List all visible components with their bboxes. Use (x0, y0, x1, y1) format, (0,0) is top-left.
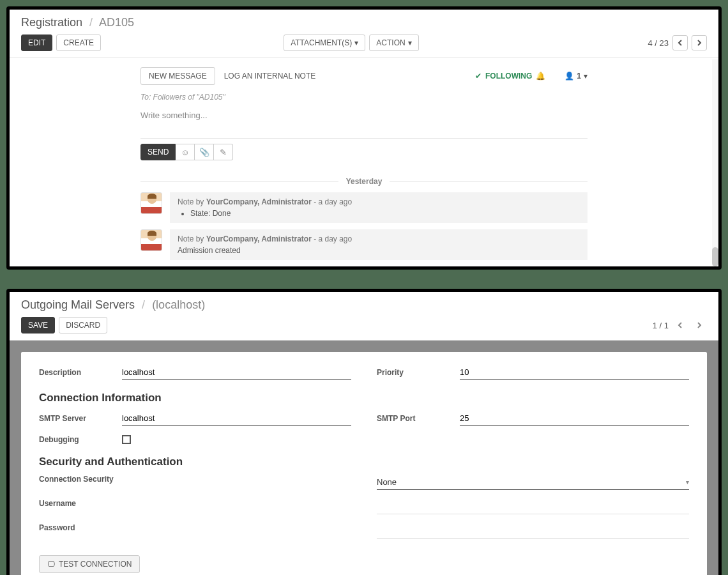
label-username: Username (39, 499, 122, 508)
note-body: Note by YourCompany, Administrator - a d… (170, 229, 588, 260)
scrollbar-thumb[interactable] (712, 247, 718, 266)
avatar (140, 192, 162, 214)
note-header: Note by YourCompany, Administrator - a d… (178, 197, 580, 206)
smtp-port-input[interactable] (460, 411, 689, 426)
user-icon: 👤 (565, 72, 574, 80)
send-row: SEND ☺ 📎 ✎ (140, 139, 588, 165)
breadcrumb: Outgoing Mail Servers / (localhost) (10, 292, 718, 314)
note-header: Note by YourCompany, Administrator - a d… (178, 234, 580, 243)
section-connection: Connection Information (39, 392, 689, 404)
avatar (140, 229, 162, 251)
action-dropdown[interactable]: ACTION ▾ (369, 34, 418, 51)
save-button[interactable]: SAVE (21, 317, 55, 334)
pager: 1 / 1 (653, 318, 707, 333)
conn-security-value: None (377, 477, 397, 487)
attach-button[interactable]: 📎 (195, 144, 214, 160)
chevron-right-icon (697, 322, 702, 328)
label-smtp-server: SMTP Server (39, 414, 122, 423)
label-smtp-port: SMTP Port (377, 414, 460, 423)
paperclip-icon: 📎 (199, 148, 209, 157)
bell-icon: 🔔 (536, 72, 545, 80)
username-input[interactable] (377, 499, 689, 514)
attachments-dropdown[interactable]: ATTACHMENT(S) ▾ (284, 34, 365, 51)
day-separator-label: Yesterday (338, 177, 390, 186)
send-button[interactable]: SEND (140, 144, 176, 160)
pager-prev-button[interactable] (672, 318, 688, 333)
test-connection-button[interactable]: 🖵 TEST CONNECTION (39, 555, 140, 573)
note-time: - a day ago (312, 234, 352, 243)
follower-count: 1 (577, 72, 581, 80)
follower-count-dropdown[interactable]: 👤 1 ▾ (565, 72, 588, 80)
breadcrumb: Registration / AD105 (10, 10, 718, 32)
note-bullet: State: Done (190, 209, 580, 218)
smiley-icon: ☺ (181, 148, 189, 157)
day-separator: Yesterday (140, 177, 588, 186)
note-author[interactable]: YourCompany, Administrator (206, 234, 312, 243)
breadcrumb-sep: / (142, 298, 145, 311)
note-author[interactable]: YourCompany, Administrator (206, 197, 312, 206)
form-card: Description Priority Connection Informat… (21, 352, 707, 575)
breadcrumb-leaf: (localhost) (152, 298, 205, 311)
chevron-left-icon (678, 322, 683, 328)
label-debugging: Debugging (39, 435, 122, 444)
new-message-button[interactable]: NEW MESSAGE (140, 67, 215, 85)
pager-next-button[interactable] (692, 318, 707, 333)
discard-button[interactable]: DISCARD (59, 317, 107, 334)
pager-prev-button[interactable] (672, 35, 688, 50)
message-tabs: NEW MESSAGE LOG AN INTERNAL NOTE ✔ FOLLO… (140, 65, 588, 88)
smtp-server-input[interactable] (122, 411, 351, 426)
log-note-link[interactable]: LOG AN INTERNAL NOTE (224, 72, 316, 80)
description-input[interactable] (122, 365, 351, 380)
following-label: FOLLOWING (485, 72, 532, 80)
caret-down-icon: ▾ (408, 38, 412, 47)
note-body: Note by YourCompany, Administrator - a d… (170, 192, 588, 223)
note-prefix: Note by (178, 197, 206, 206)
following-indicator[interactable]: ✔ FOLLOWING 🔔 (475, 72, 545, 80)
section-security: Security and Authentication (39, 456, 689, 468)
password-input[interactable] (377, 523, 689, 539)
log-note-item: Note by YourCompany, Administrator - a d… (140, 192, 588, 223)
label-description: Description (39, 368, 122, 377)
pager: 4 / 23 (648, 35, 707, 50)
test-connection-label: TEST CONNECTION (59, 560, 132, 569)
breadcrumb-sep: / (89, 16, 93, 29)
action-label: ACTION (376, 38, 405, 47)
emoji-button[interactable]: ☺ (176, 144, 195, 160)
breadcrumb-leaf: AD105 (99, 16, 134, 29)
pager-text: 4 / 23 (648, 38, 669, 48)
create-button[interactable]: CREATE (56, 34, 101, 51)
edit-icon: ✎ (220, 148, 227, 157)
message-area: NEW MESSAGE LOG AN INTERNAL NOTE ✔ FOLLO… (10, 58, 718, 266)
recipients-line: To: Followers of "AD105" (140, 88, 588, 107)
chevron-right-icon (697, 40, 702, 46)
breadcrumb-root[interactable]: Outgoing Mail Servers (21, 298, 135, 311)
caret-down-icon: ▾ (354, 38, 358, 47)
conn-security-select[interactable]: None ▾ (377, 475, 689, 490)
expand-composer-button[interactable]: ✎ (214, 144, 233, 160)
debugging-checkbox[interactable] (122, 435, 131, 444)
toolbar: SAVE DISCARD 1 / 1 (10, 314, 718, 341)
note-time: - a day ago (312, 197, 352, 206)
chevron-left-icon (678, 40, 683, 46)
caret-down-icon: ▾ (584, 72, 588, 80)
caret-down-icon: ▾ (686, 479, 689, 486)
priority-input[interactable] (460, 365, 689, 380)
breadcrumb-root[interactable]: Registration (21, 16, 82, 29)
check-icon: ✔ (475, 72, 482, 80)
mail-server-panel: Outgoing Mail Servers / (localhost) SAVE… (6, 289, 722, 575)
toolbar: EDIT CREATE ATTACHMENT(S) ▾ ACTION ▾ 4 /… (10, 32, 718, 58)
label-password: Password (39, 523, 122, 532)
form-area: Description Priority Connection Informat… (10, 341, 718, 575)
note-prefix: Note by (178, 234, 206, 243)
monitor-icon: 🖵 (47, 560, 55, 569)
pager-next-button[interactable] (692, 35, 707, 50)
log-note-item: Note by YourCompany, Administrator - a d… (140, 229, 588, 260)
scrollbar-track[interactable] (712, 59, 718, 266)
pager-text: 1 / 1 (653, 321, 669, 330)
edit-button[interactable]: EDIT (21, 34, 52, 51)
label-priority: Priority (377, 368, 460, 377)
attachments-label: ATTACHMENT(S) (291, 38, 352, 47)
compose-textarea[interactable]: Write something... (140, 107, 588, 139)
label-conn-security: Connection Security (39, 475, 122, 484)
note-text: Admission created (178, 246, 580, 255)
